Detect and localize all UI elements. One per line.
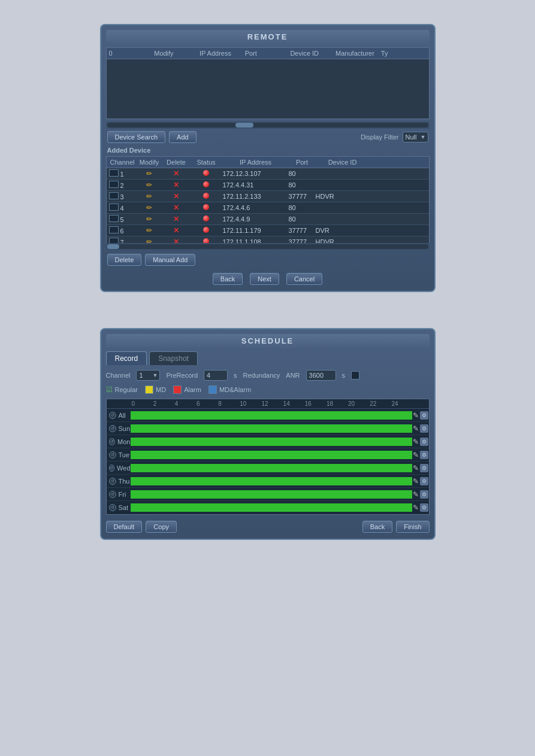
thu-bar-area[interactable] xyxy=(131,475,412,487)
left-buttons: Device Search Add xyxy=(107,131,197,143)
row5-port: 80 xyxy=(289,215,316,223)
added-device-label: Added Device xyxy=(106,147,430,154)
finish-button[interactable]: Finish xyxy=(396,521,429,533)
legend-md: MD xyxy=(145,385,166,394)
row5-delete[interactable]: ✕ xyxy=(163,215,190,223)
all-gear-icon[interactable]: ⚙ xyxy=(420,411,428,420)
tue-edit-icon[interactable]: ✎ xyxy=(413,451,419,459)
manual-add-button[interactable]: Manual Add xyxy=(145,254,195,266)
thu-edit-icon[interactable]: ✎ xyxy=(413,477,419,485)
device-search-button[interactable]: Device Search xyxy=(107,131,166,143)
default-button[interactable]: Default xyxy=(106,521,143,533)
delete-button[interactable]: Delete xyxy=(107,254,142,266)
day-all-label: All xyxy=(119,412,126,419)
thu-gear-icon[interactable]: ⚙ xyxy=(420,477,428,485)
sat-bar-green xyxy=(131,503,412,512)
nav-row: Back Next Cancel xyxy=(106,269,430,286)
row4-modify[interactable]: ✏ xyxy=(136,204,163,212)
mon-gear-icon[interactable]: ⚙ xyxy=(420,438,428,446)
channel-select[interactable]: 1 xyxy=(136,370,160,381)
day-tue: ↺ Tue xyxy=(107,451,131,459)
added-scrollbar[interactable] xyxy=(106,243,430,250)
row1-delete[interactable]: ✕ xyxy=(163,169,190,178)
legend-md-alarm: MD&Alarm xyxy=(208,385,251,394)
tue-gear-icon[interactable]: ⚙ xyxy=(420,451,428,459)
filter-select[interactable]: Null xyxy=(403,132,428,142)
day-mon-label: Mon xyxy=(117,438,130,445)
tue-icon: ↺ xyxy=(109,451,116,459)
sun-gear-icon[interactable]: ⚙ xyxy=(420,424,428,433)
row4-checkbox: 4 xyxy=(109,204,136,212)
fri-bar-area[interactable] xyxy=(131,488,412,500)
sat-gear-icon[interactable]: ⚙ xyxy=(420,503,428,512)
row5-modify[interactable]: ✏ xyxy=(136,215,163,223)
row4-port: 80 xyxy=(289,204,316,211)
row3-port: 37777 xyxy=(289,193,316,200)
mon-bar-area[interactable] xyxy=(131,435,412,448)
row6-delete[interactable]: ✕ xyxy=(163,226,190,235)
next-button[interactable]: Next xyxy=(250,273,279,285)
schedule-back-button[interactable]: Back xyxy=(362,521,392,533)
scrollbar-track xyxy=(107,123,428,127)
row4-status xyxy=(190,204,223,211)
legend-alarm: Alarm xyxy=(173,385,201,394)
wed-gear-icon[interactable]: ⚙ xyxy=(420,464,428,472)
all-edit-icon[interactable]: ✎ xyxy=(413,411,419,420)
th-ip: IP Address xyxy=(200,50,245,57)
cancel-button[interactable]: Cancel xyxy=(286,273,322,285)
remote-title: REMOTE xyxy=(106,30,430,44)
row6-modify[interactable]: ✏ xyxy=(136,226,163,235)
time-labels-row: 0 2 4 6 8 10 12 14 16 18 20 22 24 xyxy=(131,400,412,407)
mon-edit-icon[interactable]: ✎ xyxy=(413,438,419,446)
row2-checkbox: 2 xyxy=(109,181,136,189)
fri-gear-icon[interactable]: ⚙ xyxy=(420,490,428,499)
wed-actions: ✎ ⚙ xyxy=(412,464,429,472)
anr-checkbox[interactable] xyxy=(351,371,359,379)
row1-modify[interactable]: ✏ xyxy=(136,169,163,178)
col-header-port: Port xyxy=(289,159,316,166)
row3-delete[interactable]: ✕ xyxy=(163,192,190,201)
tue-bar-area[interactable] xyxy=(131,448,412,461)
time-22: 22 xyxy=(368,400,390,407)
fri-actions: ✎ ⚙ xyxy=(412,490,429,499)
row7-delete[interactable]: ✕ xyxy=(163,238,190,243)
th-num: 0 xyxy=(109,50,155,57)
row3-modify[interactable]: ✏ xyxy=(136,192,163,201)
sat-edit-icon[interactable]: ✎ xyxy=(413,503,419,512)
anr-input[interactable]: 3600 xyxy=(306,370,336,381)
row6-status xyxy=(190,227,223,234)
time-14: 14 xyxy=(282,400,304,407)
all-icon: ↺ xyxy=(109,412,116,419)
row7-modify[interactable]: ✏ xyxy=(136,238,163,243)
wed-edit-icon[interactable]: ✎ xyxy=(413,464,419,472)
row2-modify[interactable]: ✏ xyxy=(136,181,163,189)
sat-bar-area[interactable] xyxy=(131,501,412,514)
tab-snapshot[interactable]: Snapshot xyxy=(149,351,198,365)
device-table-header: 0 Modify IP Address Port Device ID Manuf… xyxy=(107,48,429,59)
prerecord-input[interactable]: 4 xyxy=(204,370,228,381)
schedule-row-thu: ↺ Thu ✎ ⚙ xyxy=(107,475,429,488)
row1-port: 80 xyxy=(289,170,316,177)
add-button[interactable]: Add xyxy=(169,131,197,143)
sun-bar-green xyxy=(131,424,412,433)
all-bar-area[interactable] xyxy=(131,409,412,421)
row2-delete[interactable]: ✕ xyxy=(163,181,190,189)
regular-check-icon: ☑ xyxy=(106,385,113,394)
md-alarm-color-box xyxy=(208,385,217,394)
sun-bar-area[interactable] xyxy=(131,422,412,435)
sun-edit-icon[interactable]: ✎ xyxy=(413,424,419,433)
sat-icon: ↺ xyxy=(109,504,116,511)
row3-ip: 172.11.2.133 xyxy=(223,193,289,200)
fri-bar xyxy=(131,490,412,499)
back-button[interactable]: Back xyxy=(213,273,243,285)
row4-delete[interactable]: ✕ xyxy=(163,204,190,212)
fri-edit-icon[interactable]: ✎ xyxy=(413,490,419,499)
day-tue-label: Tue xyxy=(119,451,130,459)
copy-button[interactable]: Copy xyxy=(146,521,177,533)
legend-regular: ☑ Regular xyxy=(106,385,138,394)
tab-record[interactable]: Record xyxy=(106,351,147,365)
wed-bar-area[interactable] xyxy=(131,462,412,474)
top-scrollbar[interactable] xyxy=(106,122,430,129)
row7-port: 37777 xyxy=(289,238,316,243)
thu-actions: ✎ ⚙ xyxy=(412,477,429,485)
